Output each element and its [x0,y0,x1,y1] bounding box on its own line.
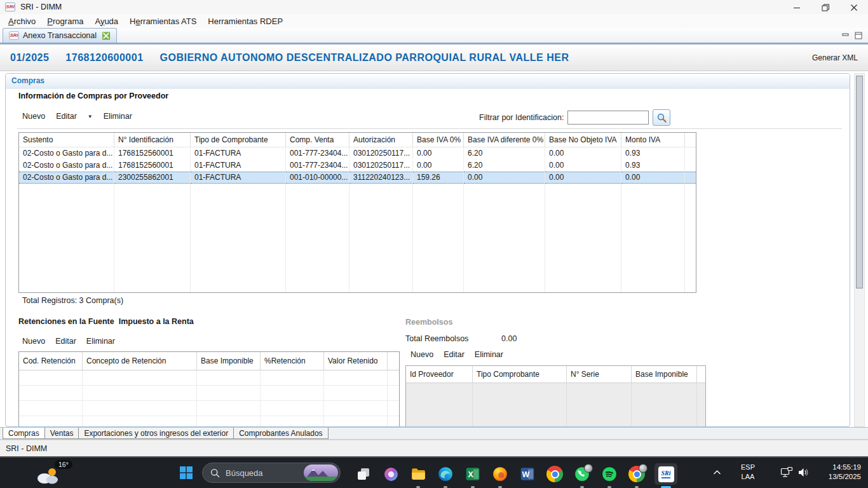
column-header[interactable]: N° Identificación [114,133,191,147]
table-cell: 0.00 [621,172,685,184]
view-minimize-button[interactable] [842,32,850,39]
restore-button[interactable] [811,0,839,15]
filter-search-button[interactable] [653,109,670,126]
taxpayer-name: GOBIERNO AUTONOMO DESCENTRALIZADO PARROQ… [160,52,569,64]
close-button[interactable] [839,0,868,15]
retenciones-eliminar-button[interactable]: Eliminar [86,337,115,346]
tab-comprobantes-anulados[interactable]: Comprobantes Anulados [233,428,328,439]
table-cell: 0.93 [621,159,685,172]
table-cell: 159.26 [413,172,464,184]
reembolsos-title: Reembolsos [405,318,452,327]
menu-item-herramientas-rdep[interactable]: Herramientas RDEP [202,17,288,26]
search-icon [210,468,220,478]
menu-item-archivo[interactable]: Archivo [3,17,41,26]
table-row[interactable]: 02-Costo o Gasto para d... 1768152560001… [19,147,696,159]
table-cell: 02-Costo o Gasto para d... [19,159,114,172]
column-header[interactable]: N° Serie [567,366,632,383]
tray-expand-button[interactable] [713,468,721,477]
taskbar-app-chrome[interactable] [543,463,566,485]
taskbar-app-whatsapp[interactable] [571,463,593,485]
reembolsos-toolbar: Nuevo Editar Eliminar [410,350,503,359]
column-header[interactable]: Concepto de Retención [83,352,197,370]
taskbar-search[interactable]: Búsqueda [202,463,341,483]
menu-item-programa[interactable]: Programa [41,17,89,26]
tab-compras[interactable]: Compras [3,428,45,439]
scrollbar-thumb[interactable] [856,76,863,288]
start-button[interactable] [179,465,194,480]
tab-ventas[interactable]: Ventas [44,428,79,439]
taskbar-app-edge[interactable] [434,463,457,485]
tab-exportaciones[interactable]: Exportaciones y otros ingresos del exter… [78,428,234,439]
sri-app-icon: SRi [658,466,674,482]
table-cell: 0.00 [413,159,464,172]
editar-button[interactable]: Editar [56,112,77,121]
volume-button[interactable] [797,467,810,480]
tab-close-icon[interactable]: ❎ [102,32,111,40]
nuevo-button[interactable]: Nuevo [22,112,45,121]
taskbar-app-spotify[interactable] [598,463,621,485]
column-header[interactable]: %Retención [261,352,324,370]
table-row[interactable]: 02-Costo o Gasto para d... 1768152560001… [19,159,696,172]
reembolsos-table: Id Proveedor Tipo Comprobante N° Serie B… [405,365,706,427]
reembolsos-eliminar-button[interactable]: Eliminar [475,350,503,359]
network-button[interactable] [780,466,793,480]
taskbar-app-sri-dimm[interactable]: SRi [654,463,677,485]
tab-label: Anexo Transaccional [23,31,97,40]
column-header[interactable]: Base No Objeto IVA [545,133,621,147]
chevron-down-icon[interactable]: ▼ [88,114,93,119]
taskbar-app-file-explorer[interactable] [407,463,430,485]
table-cell: 01-FACTURA [191,159,286,172]
column-header[interactable]: Base IVA 0% [413,133,464,147]
taskbar-app-task-view[interactable] [352,463,375,485]
date-label: 13/5/2025 [815,472,861,482]
taskbar-app-firefox[interactable] [489,463,512,485]
weather-widget[interactable]: 16° [36,459,80,487]
table-cell: 6.20 [464,159,545,172]
column-header[interactable]: Base Imponible [197,352,261,370]
column-header[interactable]: Tipo de Comprobante [191,133,286,147]
taskbar-app-copilot[interactable] [379,463,402,485]
toolbar-separator [17,128,842,129]
language-indicator[interactable]: ESP LAA [735,463,761,482]
filter-input[interactable] [567,111,649,125]
search-highlight-image[interactable] [304,464,338,481]
reembolsos-nuevo-button[interactable]: Nuevo [410,350,433,359]
table-cell: 001-777-23404... [286,147,349,159]
clock[interactable]: 14:55:19 13/5/2025 [815,463,861,482]
menu-item-ayuda[interactable]: Ayuda [89,17,124,26]
column-header[interactable]: Sustento [19,133,114,147]
word-icon: W [519,466,536,482]
menu-item-herramientas-ats[interactable]: Herramientas ATS [124,17,202,26]
column-header[interactable]: Monto IVA [621,133,685,147]
view-minimize-icon [842,32,850,39]
eliminar-button[interactable]: Eliminar [104,112,132,121]
retenciones-nuevo-button[interactable]: Nuevo [22,337,45,346]
column-header[interactable]: Base Imponible [632,366,697,383]
column-header[interactable]: Id Proveedor [406,366,473,383]
empty-row [19,386,399,401]
column-header[interactable]: Tipo Comprobante [473,366,567,383]
taskbar-app-excel[interactable]: X [461,463,484,485]
taskbar-app-word[interactable]: W [516,463,539,485]
groupbox-title: Compras [11,76,44,85]
column-header[interactable]: Valor Retenido [324,352,388,370]
generar-xml-button[interactable]: Generar XML [812,53,858,62]
retenciones-editar-button[interactable]: Editar [55,337,76,346]
view-maximize-button[interactable] [855,32,863,39]
filter-bar: Filtrar por Identificacion: [479,109,670,126]
copilot-icon [383,466,399,482]
minimize-button[interactable] [782,0,811,15]
svg-text:W: W [522,470,529,479]
column-header[interactable]: Comp. Venta [286,133,349,147]
taskbar-app-chrome-profile[interactable] [625,463,648,485]
table-cell: 0.00 [545,159,621,172]
compras-toolbar: Nuevo Editar ▼ Eliminar [22,112,132,121]
column-header[interactable]: Autorización [349,133,413,147]
column-header[interactable]: Base IVA diferente 0% [464,133,545,147]
restore-icon [822,4,829,11]
table-row-selected[interactable]: 02-Costo o Gasto para d... 2300255862001… [19,172,696,184]
content-vertical-scrollbar[interactable] [854,73,865,427]
column-header[interactable]: Cod. Retención [19,352,83,370]
reembolsos-editar-button[interactable]: Editar [444,350,465,359]
tab-anexo-transaccional[interactable]: SRi Anexo Transaccional ❎ [3,28,117,43]
